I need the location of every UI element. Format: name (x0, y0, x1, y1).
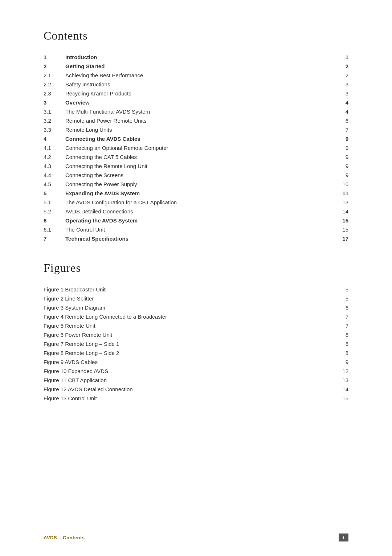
figure-page: 8 (334, 330, 348, 339)
toc-num: 2 (44, 62, 65, 71)
toc-page: 2 (334, 71, 348, 80)
toc-row: 5Expanding the AVDS System11 (44, 189, 348, 198)
figure-label: Figure 7 Remote Long – Side 1 (44, 339, 334, 348)
toc-page: 9 (334, 143, 348, 152)
figure-row: Figure 10 Expanded AVDS12 (44, 367, 348, 376)
figure-label: Figure 6 Power Remote Unit (44, 330, 334, 339)
toc-num: 5 (44, 189, 65, 198)
toc-label: Remote Long Units (65, 125, 334, 134)
toc-row: 3.3Remote Long Units7 (44, 125, 348, 134)
toc-page: 10 (334, 180, 348, 189)
toc-label: Safety Instructions (65, 80, 334, 89)
toc-page: 3 (334, 89, 348, 98)
toc-row: 2.1Achieving the Best Performance2 (44, 71, 348, 80)
toc-page: 15 (334, 216, 348, 225)
toc-label: Connecting the AVDS Cables (65, 134, 334, 143)
toc-page: 9 (334, 162, 348, 171)
toc-label: Operating the AVDS System (65, 216, 334, 225)
figure-row: Figure 11 CBT Application13 (44, 376, 348, 385)
footer-label: AVDS – Contents (44, 535, 85, 540)
toc-num: 2.2 (44, 80, 65, 89)
figure-page: 9 (334, 357, 348, 367)
figure-page: 8 (334, 348, 348, 357)
toc-num: 4.1 (44, 143, 65, 152)
figure-page: 12 (334, 367, 348, 376)
toc-label: Achieving the Best Performance (65, 71, 334, 80)
contents-title: Contents (44, 29, 348, 42)
toc-label: Connecting the Remote Long Unit (65, 162, 334, 171)
toc-row: 6Operating the AVDS System15 (44, 216, 348, 225)
toc-label: Getting Started (65, 62, 334, 71)
figures-section: Figures Figure 1 Broadcaster Unit5Figure… (44, 261, 348, 403)
toc-row: 4.5Connecting the Power Supply10 (44, 180, 348, 189)
toc-page: 13 (334, 198, 348, 207)
figure-row: Figure 6 Power Remote Unit8 (44, 330, 348, 339)
figure-page: 15 (334, 394, 348, 403)
figure-label: Figure 8 Remote Long – Side 2 (44, 348, 334, 357)
toc-page: 7 (334, 125, 348, 134)
toc-label: The Multi-Functional AVDS System (65, 107, 334, 116)
toc-label: Connecting an Optional Remote Computer (65, 143, 334, 152)
toc-label: The Control Unit (65, 225, 334, 234)
toc-page: 9 (334, 134, 348, 143)
figure-label: Figure 13 Control Unit (44, 394, 334, 403)
figure-page: 5 (334, 285, 348, 294)
toc-row: 5.2AVDS Detailed Connections14 (44, 207, 348, 216)
toc-page: 2 (334, 62, 348, 71)
toc-num: 5.1 (44, 198, 65, 207)
toc-num: 6 (44, 216, 65, 225)
figure-page: 14 (334, 385, 348, 394)
figure-row: Figure 4 Remote Long Connected to a Broa… (44, 312, 348, 321)
page: Contents 1Introduction12Getting Started2… (0, 0, 392, 556)
toc-num: 4.5 (44, 180, 65, 189)
toc-row: 2.2Safety Instructions3 (44, 80, 348, 89)
toc-num: 4.4 (44, 171, 65, 180)
toc-page: 9 (334, 152, 348, 162)
figure-label: Figure 11 CBT Application (44, 376, 334, 385)
toc-num: 3.2 (44, 116, 65, 125)
figure-row: Figure 13 Control Unit15 (44, 394, 348, 403)
toc-num: 2.3 (44, 89, 65, 98)
toc-row: 4.4Connecting the Screens9 (44, 171, 348, 180)
figure-row: Figure 1 Broadcaster Unit5 (44, 285, 348, 294)
figure-row: Figure 5 Remote Unit7 (44, 321, 348, 330)
figure-row: Figure 7 Remote Long – Side 18 (44, 339, 348, 348)
toc-num: 4 (44, 134, 65, 143)
toc-num: 3.3 (44, 125, 65, 134)
toc-row: 4.1Connecting an Optional Remote Compute… (44, 143, 348, 152)
toc-num: 3 (44, 98, 65, 107)
toc-page: 9 (334, 171, 348, 180)
toc-page: 3 (334, 80, 348, 89)
figure-label: Figure 3 System Diagram (44, 303, 334, 312)
toc-row: 5.1The AVDS Configuration for a CBT Appl… (44, 198, 348, 207)
toc-row: 6.1The Control Unit15 (44, 225, 348, 234)
toc-page: 4 (334, 98, 348, 107)
toc-row: 3.2Remote and Power Remote Units6 (44, 116, 348, 125)
toc-num: 5.2 (44, 207, 65, 216)
toc-label: Recycling Kramer Products (65, 89, 334, 98)
toc-num: 4.2 (44, 152, 65, 162)
toc-row: 1Introduction1 (44, 53, 348, 62)
figures-title: Figures (44, 261, 348, 275)
toc-num: 4.3 (44, 162, 65, 171)
toc-row: 4.3Connecting the Remote Long Unit9 (44, 162, 348, 171)
toc-row: 3Overview4 (44, 98, 348, 107)
toc-label: Introduction (65, 53, 334, 62)
figure-row: Figure 2 Line Splitter5 (44, 294, 348, 303)
toc-page: 4 (334, 107, 348, 116)
toc-label: Connecting the Power Supply (65, 180, 334, 189)
toc-label: Expanding the AVDS System (65, 189, 334, 198)
toc-page: 15 (334, 225, 348, 234)
toc-page: 1 (334, 53, 348, 62)
figure-label: Figure 2 Line Splitter (44, 294, 334, 303)
figure-page: 5 (334, 294, 348, 303)
toc-page: 6 (334, 116, 348, 125)
toc-label: Overview (65, 98, 334, 107)
footer-page: i (339, 533, 348, 541)
toc-label: Connecting the Screens (65, 171, 334, 180)
figure-label: Figure 4 Remote Long Connected to a Broa… (44, 312, 334, 321)
toc-num: 3.1 (44, 107, 65, 116)
toc-label: AVDS Detailed Connections (65, 207, 334, 216)
toc-row: 2.3Recycling Kramer Products3 (44, 89, 348, 98)
figure-row: Figure 3 System Diagram6 (44, 303, 348, 312)
